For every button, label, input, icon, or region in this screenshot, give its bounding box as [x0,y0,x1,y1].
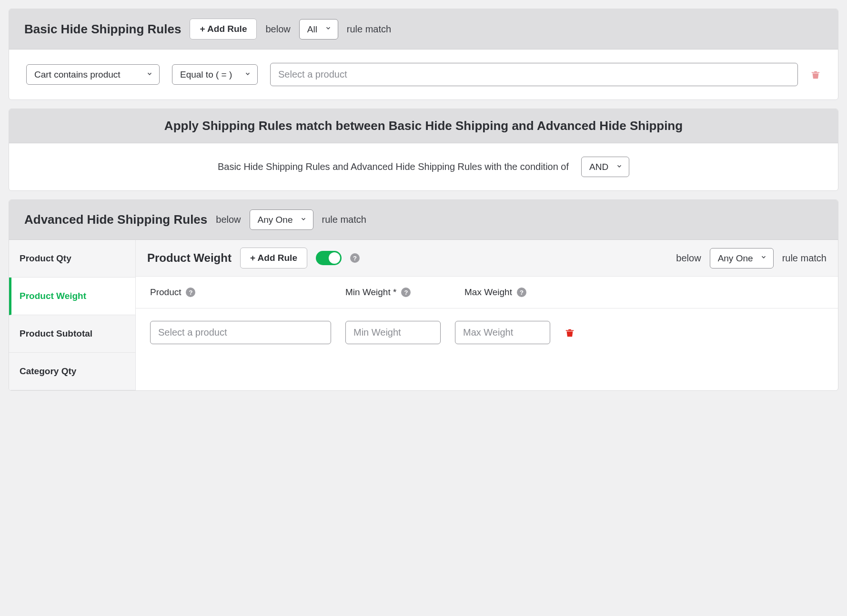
advanced-sidebar: Product Qty Product Weight Product Subto… [9,240,136,390]
pane-title: Product Weight [147,251,232,265]
basic-match-select[interactable]: All [299,19,338,40]
rule-match-label: rule match [782,253,827,264]
below-label: below [265,24,290,35]
column-min-label: Min Weight * [345,287,396,298]
pane-enable-toggle[interactable] [316,251,342,265]
pane-match-select-wrap[interactable]: Any One [710,248,774,268]
basic-rules-card: Basic Hide Shipping Rules + Add Rule bel… [9,9,838,100]
column-product-label: Product [150,287,181,298]
advanced-match-select[interactable]: Any One [250,209,313,230]
sidebar-item-product-subtotal[interactable]: Product Subtotal [9,315,135,353]
operator-select[interactable]: Equal to ( = ) [172,64,258,85]
pane-header: Product Weight + Add Rule ? below Any On… [136,240,838,277]
help-icon[interactable]: ? [186,288,195,297]
help-icon[interactable]: ? [350,253,360,263]
advanced-match-select-wrap[interactable]: Any One [250,209,313,230]
basic-header: Basic Hide Shipping Rules + Add Rule bel… [9,9,838,50]
apply-rules-card: Apply Shipping Rules match between Basic… [9,109,838,191]
column-max-label: Max Weight [464,287,512,298]
sidebar-item-product-weight[interactable]: Product Weight [9,278,135,315]
basic-rule-row: Cart contains product Equal to ( = ) [9,50,838,99]
pane-match-select[interactable]: Any One [710,248,774,268]
apply-header: Apply Shipping Rules match between Basic… [9,109,838,143]
advanced-content-pane: Product Weight + Add Rule ? below Any On… [136,240,838,390]
rule-row [136,308,838,357]
sidebar-item-label: Product Subtotal [20,328,92,338]
advanced-body: Product Qty Product Weight Product Subto… [9,240,838,390]
max-weight-input[interactable] [455,321,550,344]
rule-match-label: rule match [322,214,366,225]
column-max-weight: Max Weight ? [464,287,569,298]
product-input[interactable] [150,321,331,344]
sidebar-item-label: Product Qty [20,253,71,263]
sidebar-item-product-qty[interactable]: Product Qty [9,240,135,278]
help-icon[interactable]: ? [401,288,411,297]
column-min-weight: Min Weight * ? [345,287,450,298]
rule-match-label: rule match [347,24,391,35]
apply-condition-select[interactable]: AND [581,157,629,177]
basic-add-rule-button[interactable]: + Add Rule [190,19,257,40]
apply-body-text: Basic Hide Shipping Rules and Advanced H… [218,161,569,172]
product-input[interactable] [270,63,798,86]
below-label: below [676,253,701,264]
condition-select[interactable]: Cart contains product [26,64,160,85]
sidebar-item-category-qty[interactable]: Category Qty [9,353,135,390]
advanced-title: Advanced Hide Shipping Rules [24,212,207,227]
condition-select-wrap[interactable]: Cart contains product [26,64,160,85]
apply-body: Basic Hide Shipping Rules and Advanced H… [9,143,838,190]
column-product: Product ? [150,287,331,298]
pane-add-rule-button[interactable]: + Add Rule [240,248,307,268]
delete-rule-button[interactable] [565,328,575,338]
toggle-knob [329,252,340,264]
sidebar-item-label: Product Weight [20,291,86,301]
advanced-rules-card: Advanced Hide Shipping Rules below Any O… [9,199,838,391]
delete-rule-button[interactable] [810,70,821,80]
min-weight-input[interactable] [345,321,441,344]
help-icon[interactable]: ? [517,288,526,297]
advanced-header: Advanced Hide Shipping Rules below Any O… [9,200,838,240]
sidebar-item-label: Category Qty [20,366,76,376]
basic-match-select-wrap[interactable]: All [299,19,338,40]
below-label: below [216,214,241,225]
apply-title: Apply Shipping Rules match between Basic… [164,119,683,133]
operator-select-wrap[interactable]: Equal to ( = ) [172,64,258,85]
apply-condition-select-wrap[interactable]: AND [581,157,629,177]
column-headers: Product ? Min Weight * ? Max Weight ? [136,277,838,308]
basic-title: Basic Hide Shipping Rules [24,22,181,37]
